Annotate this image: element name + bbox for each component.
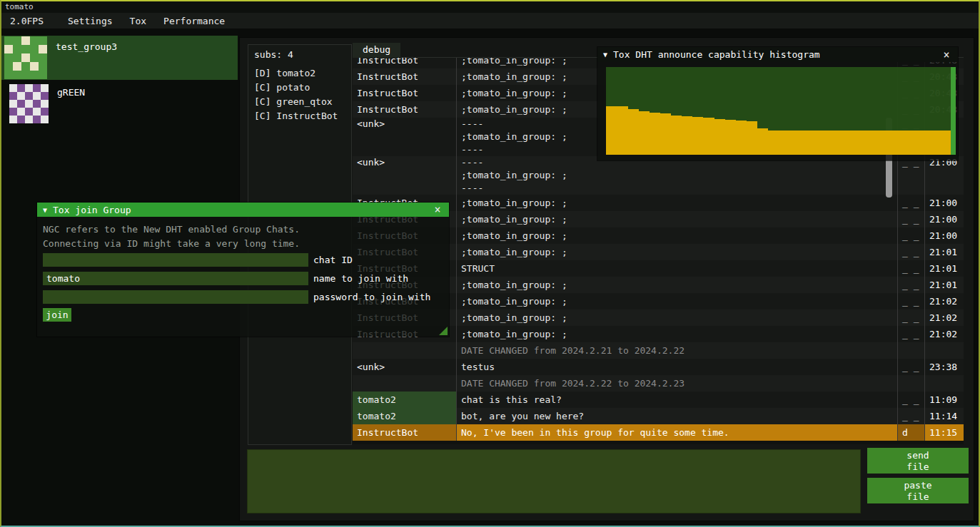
member-potato[interactable]: [C] potato — [254, 81, 345, 95]
window-titlebar: tomato — [1, 1, 979, 13]
message-cell: No, I've been in this group for quite so… — [457, 424, 898, 441]
join-desc-line-2: Connecting via ID might take a very long… — [37, 237, 449, 251]
name-cell: tomato2 — [353, 408, 457, 424]
member-InstructBot[interactable]: [C] InstructBot — [254, 109, 345, 123]
member-tomato2[interactable]: [D] tomato2 — [254, 66, 345, 81]
message-cell: ;tomato_in_group: ; — [457, 211, 898, 227]
chat-id-input[interactable] — [43, 253, 308, 267]
message-cell: ;tomato_in_group: ; — [457, 227, 898, 244]
status-cell: _ _ — [898, 277, 925, 293]
message-row: InstructBotNo, I've been in this group f… — [353, 424, 964, 441]
time-cell: 21:00 — [925, 195, 964, 211]
date-separator-row: DATE CHANGED from 2024.2.22 to 2024.2.23 — [353, 375, 964, 392]
status-cell: _ _ — [898, 227, 925, 244]
status-cell: _ _ — [898, 392, 925, 408]
join-group-window: ▼ Tox join Group × NGC refers to the New… — [37, 203, 449, 337]
menu-item-performance[interactable]: Performance — [155, 13, 233, 29]
time-cell: 21:02 — [925, 326, 964, 342]
status-cell — [898, 375, 925, 392]
time-cell: 21:01 — [925, 244, 964, 260]
histogram-right-strip — [951, 67, 956, 155]
close-icon[interactable]: × — [941, 48, 952, 61]
histogram-body — [597, 62, 958, 160]
member-green_qtox[interactable]: [C] green_qtox — [254, 95, 345, 109]
name-cell: <unk> — [353, 156, 457, 195]
send-file-button[interactable]: send file — [867, 448, 969, 474]
status-cell: _ _ — [898, 156, 925, 195]
message-cell: chat is this real? — [457, 392, 898, 408]
menu-item-tox[interactable]: Tox — [121, 13, 155, 29]
histogram-window: ▼ Tox DHT announce capability histogram … — [597, 47, 958, 160]
name-cell: <unk> — [353, 359, 457, 375]
time-cell: 21:01 — [925, 277, 964, 293]
tab-debug[interactable]: debug — [353, 43, 400, 58]
histogram-title: Tox DHT announce capability histogram — [613, 49, 820, 60]
message-row: tomato2chat is this real?_ _11:09 — [353, 392, 964, 408]
collapse-arrow-icon[interactable]: ▼ — [43, 206, 47, 214]
histogram-titlebar[interactable]: ▼ Tox DHT announce capability histogram … — [597, 47, 958, 62]
name-cell: <unk> — [353, 118, 457, 156]
message-cell: ;tomato_in_group: ; — [457, 277, 898, 293]
menu-item-settings[interactable]: Settings — [59, 13, 121, 29]
time-cell: 21:00 — [925, 227, 964, 244]
join-name-input[interactable] — [43, 272, 308, 285]
resize-grip[interactable] — [439, 327, 448, 335]
message-cell: ;tomato_in_group: ; — [457, 326, 898, 342]
message-cell: ---- ;tomato_in_group: ; ---- — [457, 156, 898, 195]
join-password-label: password to join with — [313, 292, 430, 302]
message-cell: testus — [457, 359, 898, 375]
message-row: <unk>---- ;tomato_in_group: ; ----_ _21:… — [353, 156, 964, 195]
status-cell — [898, 342, 925, 359]
time-cell: 23:38 — [925, 359, 964, 375]
join-password-row: password to join with — [43, 290, 430, 304]
message-row: <unk>testus_ _23:38 — [353, 359, 964, 375]
collapse-arrow-icon[interactable]: ▼ — [603, 51, 607, 58]
subs-count: subs: 4 — [254, 49, 345, 60]
message-cell: ;tomato_in_group: ; — [457, 309, 898, 326]
join-button[interactable]: join — [43, 308, 71, 322]
name-cell: InstructBot — [353, 58, 457, 68]
time-cell: 21:00 — [925, 156, 964, 195]
paste-file-button[interactable]: paste file — [867, 478, 969, 503]
name-cell: InstructBot — [353, 85, 457, 101]
message-cell: DATE CHANGED from 2024.2.22 to 2024.2.23 — [457, 375, 898, 392]
time-cell: 11:14 — [925, 408, 964, 424]
time-cell: 21:01 — [925, 260, 964, 277]
status-cell: _ _ — [898, 408, 925, 424]
status-cell: _ _ — [898, 195, 925, 211]
contact-name: test_group3 — [56, 41, 117, 52]
join-window-titlebar[interactable]: ▼ Tox join Group × — [37, 203, 449, 217]
join-window-title: Tox join Group — [53, 205, 131, 215]
time-cell: 21:02 — [925, 309, 964, 326]
contact-test_group3[interactable]: test_group3 — [1, 36, 238, 80]
message-cell: ;tomato_in_group: ; — [457, 293, 898, 309]
name-cell — [353, 342, 457, 359]
message-cell: bot, are you new here? — [457, 408, 898, 424]
message-input[interactable] — [247, 449, 861, 513]
contact-gREEN[interactable]: gREEN — [1, 81, 238, 126]
close-icon[interactable]: × — [432, 203, 443, 216]
join-window-body: NGC refers to the New DHT enabled Group … — [37, 217, 449, 337]
join-name-label: name to join with — [313, 273, 408, 284]
join-name-row: name to join with — [43, 272, 408, 285]
name-cell: tomato2 — [353, 392, 457, 408]
status-cell: d — [898, 424, 925, 441]
message-cell: ;tomato_in_group: ; — [457, 195, 898, 211]
status-cell: _ _ — [898, 326, 925, 342]
chat-id-label: chat ID — [313, 255, 353, 265]
message-cell: ;tomato_in_group: ; — [457, 244, 898, 260]
name-cell — [353, 375, 457, 392]
time-cell — [925, 375, 964, 392]
join-password-input[interactable] — [43, 290, 308, 304]
status-cell: _ _ — [898, 359, 925, 375]
time-cell: 11:15 — [925, 424, 964, 441]
status-cell: _ _ — [898, 309, 925, 326]
time-cell: 21:00 — [925, 211, 964, 227]
name-cell: InstructBot — [353, 424, 457, 441]
window-title: tomato — [5, 2, 34, 11]
histogram-plot — [606, 67, 951, 155]
status-cell: _ _ — [898, 211, 925, 227]
menu-item-fps: 2.0FPS — [1, 13, 52, 29]
chat-id-row: chat ID — [43, 253, 353, 267]
time-cell — [925, 342, 964, 359]
